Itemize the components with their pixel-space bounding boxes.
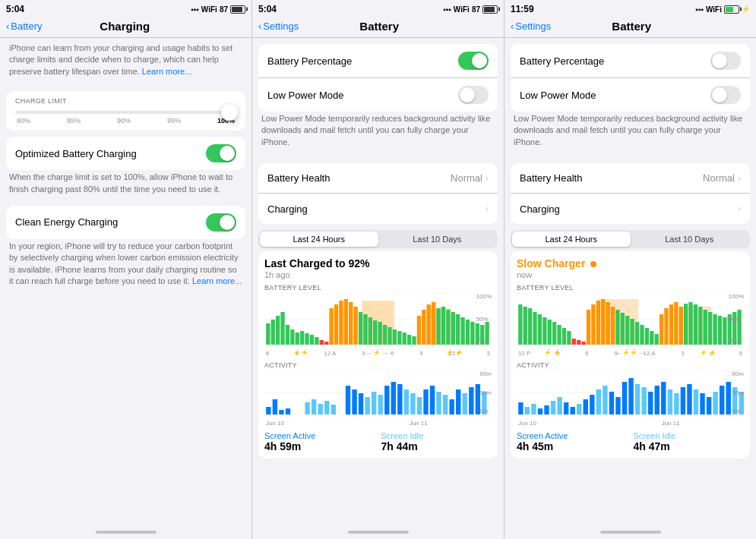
low-power-toggle-3[interactable] (710, 86, 741, 104)
svg-rect-59 (312, 399, 316, 414)
svg-rect-123 (679, 307, 683, 345)
signal-icon-3: ▪▪▪ (695, 5, 704, 14)
svg-rect-43 (451, 312, 455, 345)
battery-percentage-label-2: Battery Percentage (267, 55, 352, 67)
svg-rect-26 (369, 317, 372, 345)
svg-rect-64 (352, 389, 356, 414)
battery-percentage-toggle-3[interactable] (710, 52, 741, 70)
svg-rect-101 (572, 339, 576, 345)
clean-energy-desc-container: In your region, iPhone will try to reduc… (0, 239, 251, 295)
svg-rect-66 (365, 397, 369, 414)
act-y-30-3: 30m (732, 389, 744, 396)
svg-rect-149 (584, 399, 588, 414)
segment-10d-3[interactable]: Last 10 Days (631, 232, 749, 247)
clean-energy-toggle[interactable] (206, 213, 236, 232)
svg-rect-41 (441, 307, 445, 345)
screen-active-stat-3: Screen Active 4h 45m (517, 431, 628, 452)
battery-icon-3 (724, 5, 739, 14)
svg-rect-63 (346, 386, 350, 414)
svg-rect-116 (645, 328, 649, 345)
svg-rect-9 (286, 325, 289, 345)
battery-toggles-section-3: Battery Percentage Low Power Mode (511, 44, 750, 112)
svg-rect-90 (518, 304, 522, 345)
svg-rect-127 (698, 307, 702, 345)
svg-rect-131 (718, 316, 722, 345)
slider-track (15, 111, 236, 114)
y-50-3: 50% (729, 316, 744, 323)
svg-rect-164 (681, 387, 685, 414)
nav-bar-1: ‹ Battery Charging (0, 17, 251, 38)
optimized-charging-toggle[interactable] (206, 144, 236, 162)
svg-rect-24 (359, 312, 362, 345)
svg-rect-10 (290, 329, 294, 345)
battery-percentage-row-2[interactable]: Battery Percentage (258, 44, 498, 78)
learn-more-link-1[interactable]: Learn more... (142, 67, 191, 76)
battery-y-labels-2: 100% 50% 0% (476, 293, 492, 345)
low-power-row-2[interactable]: Low Power Mode (258, 78, 498, 112)
info-section-1: iPhone can learn from your charging and … (0, 38, 251, 85)
slider-thumb[interactable] (221, 104, 238, 121)
segment-24h-2[interactable]: Last 24 Hours (260, 232, 378, 247)
battery-health-row-2[interactable]: Battery Health Normal › (258, 163, 498, 194)
optimized-desc: When the charge limit is set to 100%, al… (9, 172, 242, 195)
svg-rect-153 (609, 392, 614, 414)
optimized-charging-section: Optimized Battery Charging (6, 137, 245, 170)
signal-icon-1: ▪▪▪ (191, 5, 199, 14)
back-button-3[interactable]: ‹ Settings (511, 20, 551, 32)
svg-rect-58 (305, 402, 309, 414)
segment-10d-2[interactable]: Last 10 Days (378, 232, 497, 247)
svg-rect-139 (518, 402, 523, 414)
battery-percentage-toggle-2[interactable] (458, 52, 489, 70)
charging-label-2: Charging (267, 203, 308, 215)
slider-container[interactable] (15, 111, 236, 114)
low-power-row-3[interactable]: Low Power Mode (511, 78, 750, 112)
clean-energy-desc: In your region, iPhone will try to reduc… (9, 241, 242, 288)
charging-row-3[interactable]: Charging › (511, 194, 750, 224)
clean-energy-row[interactable]: Clean Energy Charging (6, 206, 245, 239)
charging-row-2[interactable]: Charging › (258, 194, 498, 224)
home-indicator-1 (0, 525, 251, 539)
back-button-2[interactable]: ‹ Settings (258, 20, 299, 32)
battery-health-row-3[interactable]: Battery Health Normal › (511, 163, 750, 194)
svg-rect-112 (625, 316, 629, 345)
battery-level-label-2: BATTERY LEVEL (264, 284, 492, 292)
svg-rect-7 (276, 316, 280, 345)
chart-subtitle-2: 1h ago (264, 270, 492, 279)
svg-rect-25 (363, 314, 367, 345)
battery-percentage-row-3[interactable]: Battery Percentage (511, 44, 750, 78)
home-indicator-2 (252, 525, 504, 539)
charge-icon-c3: ⚡ ⚡ (700, 349, 716, 356)
svg-rect-19 (334, 304, 338, 345)
svg-rect-111 (621, 313, 625, 345)
segment-24h-3[interactable]: Last 24 Hours (512, 232, 631, 247)
svg-rect-47 (470, 322, 474, 345)
low-power-toggle-2[interactable] (458, 86, 489, 104)
svg-rect-142 (538, 408, 542, 414)
segment-control-3[interactable]: Last 24 Hours Last 10 Days (511, 230, 750, 248)
svg-rect-28 (378, 322, 382, 345)
battery-health-value-3: Normal › (703, 172, 741, 184)
battery-toggles-section-2: Battery Percentage Low Power Mode (258, 44, 498, 112)
clean-energy-link[interactable]: Learn more... (192, 276, 242, 285)
svg-rect-102 (577, 340, 580, 345)
svg-rect-77 (436, 392, 441, 414)
segment-control-2[interactable]: Last 24 Hours Last 10 Days (258, 230, 498, 248)
svg-rect-169 (713, 392, 717, 414)
optimized-charging-row[interactable]: Optimized Battery Charging (6, 137, 245, 170)
screen-idle-stat-3: Screen Idle 4h 47m (634, 431, 745, 452)
back-button-1[interactable]: ‹ Battery (6, 20, 43, 32)
activity-x-labels-2: Jun 10 Jun 11 (264, 420, 492, 427)
svg-rect-125 (688, 302, 692, 345)
svg-rect-21 (344, 299, 348, 345)
svg-rect-72 (404, 389, 409, 414)
battery-health-label-2: Battery Health (267, 172, 330, 184)
svg-rect-106 (596, 301, 600, 345)
phone-1: 5:04 ▪▪▪ WiFi 87 ‹ Battery Charging (0, 0, 252, 539)
battery-percentage-label-3: Battery Percentage (520, 55, 604, 67)
svg-rect-160 (655, 386, 660, 414)
svg-rect-97 (552, 322, 556, 345)
health-charging-section-2: Battery Health Normal › Charging › (258, 163, 498, 224)
svg-rect-62 (331, 405, 336, 414)
activity-svg-3 (517, 370, 744, 414)
home-bar-2 (348, 531, 409, 534)
